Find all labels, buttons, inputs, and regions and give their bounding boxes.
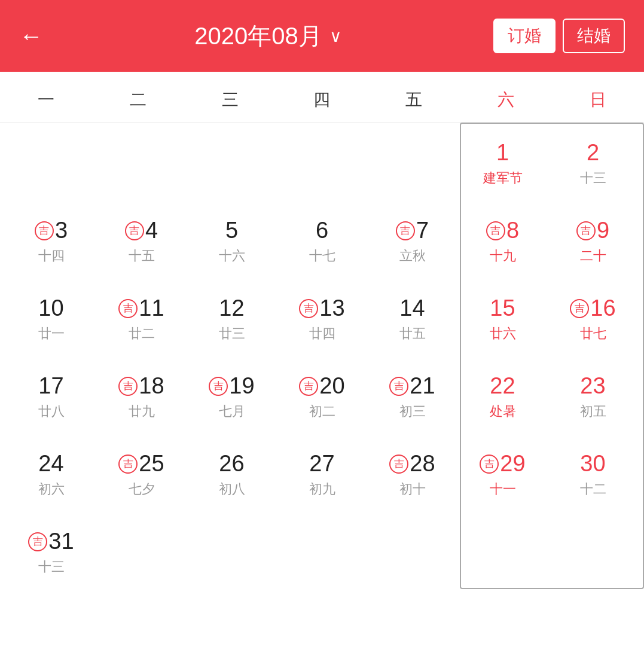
day-cell-2-0[interactable]: 10廿一 — [6, 278, 96, 356]
week-row-3: 17廿八吉18廿九吉19七月吉20初二吉21初三22处暑23初五 — [6, 356, 638, 434]
engagement-button[interactable]: 订婚 — [493, 19, 556, 53]
back-icon: ← — [19, 23, 43, 50]
dropdown-icon[interactable]: ∨ — [329, 26, 342, 46]
day-cell-1-0[interactable]: 吉3十四 — [6, 200, 96, 278]
ji-badge: 吉 — [125, 221, 144, 240]
day-cell-2-1[interactable]: 吉11廿二 — [96, 278, 187, 356]
day-cell-1-4[interactable]: 吉7立秋 — [367, 200, 457, 278]
ji-badge: 吉 — [299, 377, 318, 396]
day-number: 31 — [48, 529, 74, 554]
day-cell-3-6[interactable]: 23初五 — [548, 356, 638, 434]
day-cell-5-0[interactable]: 吉31十三 — [6, 511, 96, 589]
day-cell-3-0[interactable]: 17廿八 — [6, 356, 96, 434]
day-number: 6 — [316, 218, 328, 243]
lunar-text: 廿八 — [38, 402, 65, 420]
lunar-text: 初八 — [219, 480, 245, 498]
day-number: 19 — [229, 374, 254, 399]
day-cell-1-2[interactable]: 5十六 — [187, 200, 277, 278]
day-number: 14 — [399, 296, 425, 321]
day-number: 21 — [410, 374, 435, 399]
day-number: 26 — [219, 452, 244, 477]
day-number: 9 — [597, 218, 609, 243]
day-cell-0-0 — [6, 123, 96, 200]
weekday-mon: 一 — [0, 83, 92, 117]
back-button[interactable]: ← — [19, 23, 43, 50]
ji-badge: 吉 — [118, 377, 138, 396]
lunar-text: 十三 — [580, 169, 606, 187]
lunar-text: 立秋 — [399, 247, 426, 265]
lunar-text: 初五 — [580, 402, 606, 420]
day-cell-4-6[interactable]: 30十二 — [548, 434, 638, 511]
lunar-text: 初二 — [309, 402, 335, 420]
day-cell-4-5[interactable]: 吉29十一 — [457, 434, 548, 511]
day-cell-3-2[interactable]: 吉19七月 — [187, 356, 277, 434]
day-cell-1-1[interactable]: 吉4十五 — [96, 200, 187, 278]
lunar-text: 十五 — [129, 247, 155, 265]
ji-badge: 吉 — [480, 455, 499, 474]
day-number: 10 — [38, 296, 63, 321]
day-number: 7 — [416, 218, 429, 243]
lunar-text: 建军节 — [483, 169, 523, 187]
day-cell-4-0[interactable]: 24初六 — [6, 434, 96, 511]
day-number: 18 — [139, 374, 164, 399]
week-row-4: 24初六吉25七夕26初八27初九吉28初十吉29十一30十二 — [6, 434, 638, 511]
week-row-2: 10廿一吉11廿二12廿三吉13廿四14廿五15廿六吉16廿七 — [6, 278, 638, 356]
day-cell-5-5 — [457, 511, 548, 589]
ji-badge: 吉 — [118, 299, 138, 318]
lunar-text: 廿五 — [399, 325, 426, 343]
day-cell-1-3[interactable]: 6十七 — [277, 200, 367, 278]
day-cell-0-6[interactable]: 2十三 — [548, 123, 638, 200]
day-cell-3-4[interactable]: 吉21初三 — [367, 356, 457, 434]
day-cell-2-4[interactable]: 14廿五 — [367, 278, 457, 356]
day-number: 5 — [225, 218, 238, 243]
day-cell-2-2[interactable]: 12廿三 — [187, 278, 277, 356]
week-row-1: 吉3十四吉4十五5十六6十七吉7立秋吉8十九吉9二十 — [6, 200, 638, 278]
day-number: 22 — [490, 374, 515, 399]
day-cell-3-1[interactable]: 吉18廿九 — [96, 356, 187, 434]
ji-badge: 吉 — [396, 221, 415, 240]
day-cell-5-6 — [548, 511, 638, 589]
week-row-5: 吉31十三 — [6, 511, 638, 589]
lunar-text: 七月 — [219, 402, 245, 420]
lunar-text: 十三 — [38, 558, 65, 576]
ji-badge: 吉 — [486, 221, 505, 240]
day-number: 28 — [410, 452, 435, 477]
lunar-text: 处暑 — [490, 402, 516, 420]
day-number: 12 — [219, 296, 244, 321]
day-cell-4-1[interactable]: 吉25七夕 — [96, 434, 187, 511]
day-number: 11 — [139, 296, 164, 321]
day-cell-5-3 — [277, 511, 367, 589]
day-cell-4-2[interactable]: 26初八 — [187, 434, 277, 511]
lunar-text: 十六 — [219, 247, 245, 265]
weekday-sun: 日 — [552, 83, 644, 117]
lunar-text: 廿四 — [309, 325, 335, 343]
lunar-text: 初十 — [399, 480, 426, 498]
day-number: 4 — [145, 218, 158, 243]
day-number: 23 — [580, 374, 605, 399]
day-cell-0-3 — [277, 123, 367, 200]
wedding-button[interactable]: 结婚 — [563, 19, 625, 53]
day-cell-0-5[interactable]: 1建军节 — [457, 123, 548, 200]
day-cell-3-3[interactable]: 吉20初二 — [277, 356, 367, 434]
day-cell-4-3[interactable]: 27初九 — [277, 434, 367, 511]
lunar-text: 十一 — [490, 480, 516, 498]
day-cell-0-2 — [187, 123, 277, 200]
day-cell-3-5[interactable]: 22处暑 — [457, 356, 548, 434]
calendar-grid: 1建军节2十三吉3十四吉4十五5十六6十七吉7立秋吉8十九吉9二十10廿一吉11… — [6, 123, 638, 589]
ji-badge: 吉 — [576, 221, 596, 240]
day-cell-4-4[interactable]: 吉28初十 — [367, 434, 457, 511]
day-cell-5-1 — [96, 511, 187, 589]
lunar-text: 七夕 — [129, 480, 155, 498]
day-cell-1-5[interactable]: 吉8十九 — [457, 200, 548, 278]
lunar-text: 廿一 — [38, 325, 65, 343]
day-cell-2-3[interactable]: 吉13廿四 — [277, 278, 367, 356]
day-cell-2-5[interactable]: 15廿六 — [457, 278, 548, 356]
ji-badge: 吉 — [35, 221, 54, 240]
lunar-text: 廿二 — [129, 325, 155, 343]
header: ← 2020年08月 ∨ 订婚 结婚 — [0, 0, 644, 72]
day-number: 16 — [590, 296, 615, 321]
day-cell-1-6[interactable]: 吉9二十 — [548, 200, 638, 278]
day-cell-2-6[interactable]: 吉16廿七 — [548, 278, 638, 356]
lunar-text: 廿六 — [490, 325, 516, 343]
day-number: 24 — [38, 452, 63, 477]
